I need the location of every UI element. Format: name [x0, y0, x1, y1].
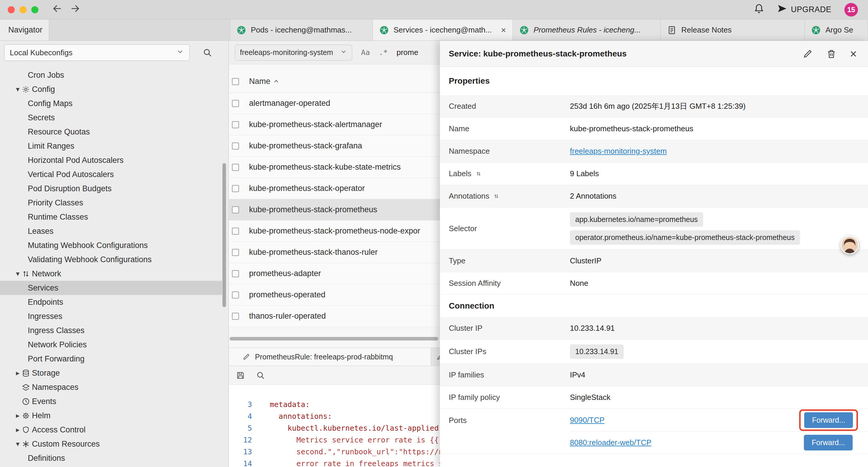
sidebar-item-leases[interactable]: Leases — [0, 224, 222, 238]
avatar[interactable] — [840, 236, 859, 254]
sidebar-item-services[interactable]: Services — [0, 281, 222, 295]
table-row-kube-prometheus-stack-grafana[interactable]: kube-prometheus-stack-grafana — [229, 135, 440, 157]
sidebar-item-ingress-classes[interactable]: Ingress Classes — [0, 323, 222, 338]
editor-search-icon[interactable] — [256, 371, 265, 380]
forward-button[interactable] — [70, 3, 80, 16]
select-all-checkbox[interactable] — [232, 78, 239, 85]
row-label: Annotations — [440, 192, 570, 201]
row-checkbox[interactable] — [232, 164, 239, 171]
row-checkbox[interactable] — [232, 100, 239, 107]
horizontal-scrollbar[interactable] — [229, 337, 438, 341]
tab-pods-icecheng-mathmas[interactable]: Pods - icecheng@mathmas... — [230, 20, 373, 40]
chevron-down-icon[interactable]: ▾ — [13, 269, 22, 278]
chevron-right-icon[interactable]: ▸ — [13, 426, 22, 434]
sidebar-item-helm[interactable]: ▸Helm — [0, 408, 222, 423]
sidebar-search-icon[interactable] — [203, 48, 212, 57]
row-checkbox[interactable] — [232, 143, 239, 150]
row-checkbox[interactable] — [232, 291, 239, 298]
sidebar-item-port-forwarding[interactable]: Port Forwarding — [0, 352, 222, 366]
table-row-kube-prometheus-stack-kube-state-metrics[interactable]: kube-prometheus-stack-kube-state-metrics — [229, 157, 440, 178]
sidebar-item-vertical-pod-autoscalers[interactable]: Vertical Pod Autoscalers — [0, 167, 222, 181]
namespace-link[interactable]: freeleaps-monitoring-system — [570, 147, 667, 155]
sidebar-item-cron-jobs[interactable]: Cron Jobs — [0, 68, 222, 82]
regex-toggle[interactable]: .* — [379, 48, 388, 57]
sidebar-item-limit-ranges[interactable]: Limit Ranges — [0, 139, 222, 153]
row-checkbox[interactable] — [232, 270, 239, 277]
sidebar-item-horizontal-pod-autoscalers[interactable]: Horizontal Pod Autoscalers — [0, 153, 222, 167]
column-header-name[interactable]: Name — [249, 77, 280, 86]
table-row-kube-prometheus-stack-prometheus-node-expor[interactable]: kube-prometheus-stack-prometheus-node-ex… — [229, 221, 440, 242]
row-checkbox[interactable] — [232, 206, 239, 213]
forward-button[interactable]: Forward... — [804, 435, 852, 450]
sidebar-item-definitions[interactable]: Definitions — [0, 451, 222, 465]
search-input[interactable]: prome — [397, 48, 418, 57]
sidebar-item-network-policies[interactable]: Network Policies — [0, 338, 222, 352]
table-row-prometheus-operated[interactable]: prometheus-operated — [229, 284, 440, 305]
tab-argo-se[interactable]: Argo Se — [805, 20, 868, 40]
save-icon[interactable] — [236, 371, 245, 380]
row-checkbox[interactable] — [232, 185, 239, 192]
sidebar-item-namespaces[interactable]: ▸Namespaces — [0, 380, 222, 394]
notifications-bell-icon[interactable] — [754, 3, 764, 16]
editor-line: 14 error rate in freeleaps metrics ser — [229, 458, 440, 467]
sidebar-item-network[interactable]: ▾Network — [0, 267, 222, 281]
notification-count-badge[interactable]: 15 — [844, 3, 858, 17]
table-row-prometheus-adapter[interactable]: prometheus-adapter — [229, 263, 440, 284]
back-button[interactable] — [52, 3, 63, 16]
sidebar-item-mutating-webhook-configurations[interactable]: Mutating Webhook Configurations — [0, 238, 222, 253]
minimize-window-button[interactable] — [20, 6, 27, 13]
sort-toggle-icon[interactable] — [493, 193, 500, 200]
chevron-right-icon[interactable]: ▸ — [13, 369, 22, 377]
layers-icon — [22, 383, 32, 391]
close-window-button[interactable] — [8, 6, 15, 13]
tab-services-icecheng-math[interactable]: Services - icecheng@math...× — [373, 20, 513, 40]
dock-tab-partial[interactable] — [431, 348, 440, 366]
table-row-kube-prometheus-stack-prometheus[interactable]: kube-prometheus-stack-prometheus — [229, 199, 440, 221]
table-row-kube-prometheus-stack-thanos-ruler[interactable]: kube-prometheus-stack-thanos-ruler — [229, 242, 440, 263]
sidebar-item-pod-disruption-budgets[interactable]: Pod Disruption Budgets — [0, 181, 222, 196]
namespace-selector[interactable]: freeleaps-monitoring-system — [235, 45, 352, 61]
row-checkbox[interactable] — [232, 228, 239, 235]
sidebar-item-access-control[interactable]: ▸Access Control — [0, 423, 222, 437]
row-checkbox[interactable] — [232, 121, 239, 128]
table-row-kube-prometheus-stack-operator[interactable]: kube-prometheus-stack-operator — [229, 178, 440, 199]
sidebar-item-secrets[interactable]: Secrets — [0, 111, 222, 125]
forward-button[interactable]: Forward... — [804, 412, 853, 428]
chevron-down-icon[interactable]: ▾ — [13, 440, 22, 448]
table-row-alertmanager-operated[interactable]: alertmanager-operated — [229, 93, 440, 114]
upgrade-button[interactable]: UPGRADE — [777, 4, 831, 16]
row-checkbox[interactable] — [232, 249, 239, 256]
sidebar-item-endpoints[interactable]: Endpoints — [0, 295, 222, 309]
sidebar-item-custom-resources[interactable]: ▾Custom Resources — [0, 437, 222, 451]
sidebar-item-events[interactable]: ▸Events — [0, 394, 222, 408]
tab-prometheus-rules-icecheng[interactable]: Prometheus Rules - icecheng... — [513, 20, 660, 40]
sidebar-item-ingresses[interactable]: Ingresses — [0, 309, 222, 323]
tab-release-notes[interactable]: Release Notes — [660, 20, 805, 40]
sidebar-item-config-maps[interactable]: Config Maps — [0, 96, 222, 111]
zoom-window-button[interactable] — [31, 6, 38, 13]
table-row-thanos-ruler-operated[interactable]: thanos-ruler-operated — [229, 305, 440, 327]
close-tab-icon[interactable]: × — [497, 25, 506, 35]
yaml-editor[interactable]: 3metadata:4 annotations:5 kubectl.kubern… — [229, 385, 440, 467]
sidebar-item-config[interactable]: ▾Config — [0, 82, 222, 96]
port-link[interactable]: 8080:reloader-web/TCP — [570, 438, 651, 447]
chevron-right-icon[interactable]: ▸ — [13, 411, 22, 420]
sidebar-item-storage[interactable]: ▸Storage — [0, 366, 222, 380]
edit-pencil-icon[interactable] — [803, 49, 813, 59]
sort-toggle-icon[interactable] — [475, 170, 482, 177]
close-drawer-icon[interactable]: × — [850, 48, 857, 60]
match-case-toggle[interactable]: Aa — [361, 48, 370, 57]
sidebar-item-priority-classes[interactable]: Priority Classes — [0, 196, 222, 210]
sidebar-item-validating-webhook-configurations[interactable]: Validating Webhook Configurations — [0, 253, 222, 267]
table-row-kube-prometheus-stack-alertmanager[interactable]: kube-prometheus-stack-alertmanager — [229, 114, 440, 135]
sidebar-scrollbar[interactable] — [222, 163, 226, 307]
titlebar: UPGRADE 15 — [0, 0, 868, 20]
port-link[interactable]: 9090/TCP — [570, 415, 604, 425]
dock-tab-prometheusrule[interactable]: PrometheusRule: freeleaps-prod-rabbitmq — [229, 348, 431, 366]
row-checkbox[interactable] — [232, 313, 239, 320]
chevron-down-icon[interactable]: ▾ — [13, 85, 22, 93]
delete-trash-icon[interactable] — [826, 49, 836, 59]
kubeconfig-selector[interactable]: Local Kubeconfigs — [4, 44, 190, 61]
sidebar-item-resource-quotas[interactable]: Resource Quotas — [0, 125, 222, 139]
sidebar-item-runtime-classes[interactable]: Runtime Classes — [0, 210, 222, 224]
